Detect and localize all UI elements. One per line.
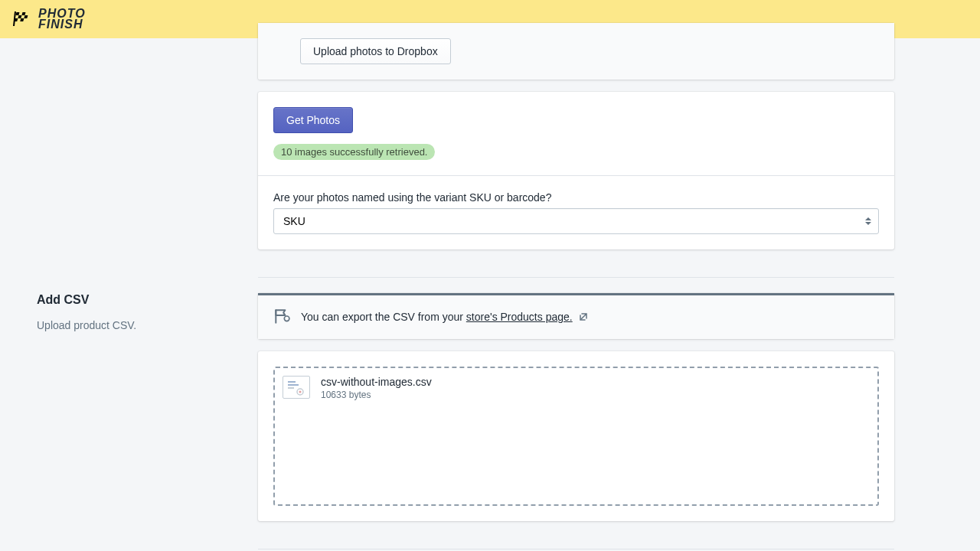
svg-rect-5 (20, 18, 24, 21)
banner-text: You can export the CSV from your store's… (301, 311, 588, 324)
svg-point-12 (299, 391, 302, 393)
svg-rect-10 (288, 387, 294, 389)
svg-rect-0 (15, 12, 19, 15)
svg-rect-1 (21, 12, 25, 15)
csv-section-description: Upload product CSV. (37, 319, 243, 331)
status-badge: 10 images successfully retrieved. (273, 144, 435, 160)
svg-point-7 (284, 316, 289, 321)
file-name: csv-without-images.csv (321, 376, 432, 388)
file-thumbnail-icon (283, 376, 310, 399)
upload-dropbox-button[interactable]: Upload photos to Dropbox (300, 38, 451, 64)
get-photos-button[interactable]: Get Photos (273, 107, 353, 133)
uploaded-file-item: csv-without-images.csv 10633 bytes (283, 376, 870, 400)
csv-section-title: Add CSV (37, 293, 243, 307)
svg-rect-3 (24, 15, 28, 18)
svg-rect-9 (288, 384, 299, 386)
flag-icon (273, 308, 290, 327)
logo: PHOTO FINISH (12, 8, 86, 31)
products-page-link[interactable]: store's Products page. (466, 311, 573, 323)
svg-rect-2 (18, 15, 21, 18)
naming-select[interactable]: SKU (273, 208, 879, 234)
svg-line-6 (14, 11, 15, 26)
logo-text-line2: FINISH (38, 19, 86, 30)
csv-export-banner: You can export the CSV from your store's… (258, 293, 894, 339)
svg-rect-8 (288, 381, 296, 383)
file-size: 10633 bytes (321, 390, 432, 400)
naming-question-label: Are your photos named using the variant … (273, 191, 879, 204)
logo-flag-icon (12, 11, 34, 28)
external-link-icon (579, 311, 588, 324)
csv-dropzone[interactable]: csv-without-images.csv 10633 bytes (273, 367, 879, 506)
